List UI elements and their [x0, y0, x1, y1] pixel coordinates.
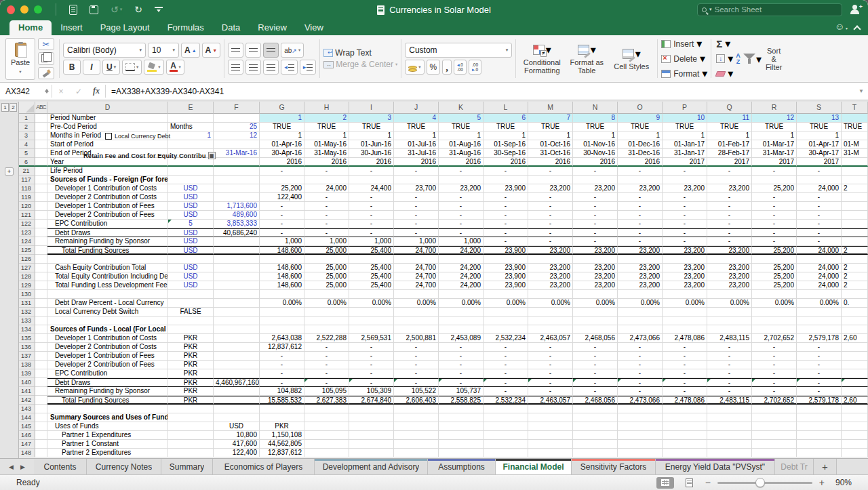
col-header-E[interactable]: E — [168, 102, 214, 114]
cell-Q146[interactable] — [707, 431, 752, 440]
cell-Q148[interactable] — [707, 449, 752, 457]
cell-J137[interactable]: - — [394, 352, 439, 361]
cell-T119[interactable] — [842, 193, 868, 202]
cell-G146[interactable]: 1,150,108 — [260, 431, 304, 440]
cell-I125[interactable]: 25,400 — [349, 246, 394, 255]
cell-Q120[interactable]: - — [707, 202, 752, 211]
row-header-145[interactable]: 145 — [19, 422, 35, 431]
cell-F117[interactable] — [214, 176, 260, 184]
cell-L125[interactable]: 23,900 — [484, 246, 528, 255]
cell-I127[interactable]: 25,400 — [349, 264, 394, 272]
cell-ABC-147[interactable] — [35, 440, 47, 449]
cell-O3[interactable]: 1 — [618, 131, 663, 140]
decrease-font-button[interactable]: A▼ — [202, 43, 221, 58]
search-input[interactable] — [715, 5, 823, 14]
col-header-J[interactable]: J — [394, 102, 439, 114]
cell-N2[interactable]: TRUE — [573, 123, 618, 131]
cell-N3[interactable]: 1 — [573, 131, 618, 140]
sheet-tab-financial-model[interactable]: Financial Model — [496, 459, 572, 474]
cell-Q124[interactable]: - — [707, 237, 752, 246]
cell-R127[interactable]: 25,200 — [752, 264, 797, 272]
percent-format-button[interactable]: % — [427, 60, 441, 75]
sheet-tab-debt-tr[interactable]: Debt Tr — [775, 459, 814, 474]
cell-L128[interactable]: 23,900 — [484, 272, 528, 281]
col-header-H[interactable]: H — [304, 102, 349, 114]
cell-R132[interactable] — [752, 308, 797, 317]
cell-L133[interactable] — [484, 317, 528, 325]
increase-font-button[interactable]: A▲ — [181, 43, 200, 58]
retain-fee-control[interactable]: Retain Fee and Cost for Equity Contribu … — [83, 152, 216, 159]
cell-I138[interactable]: - — [349, 361, 394, 369]
collapse-ribbon-icon[interactable] — [853, 25, 861, 33]
cell-M2[interactable]: TRUE — [528, 123, 573, 131]
orientation-button[interactable]: ab▾ — [281, 43, 304, 58]
cell-M136[interactable]: - — [528, 343, 573, 352]
cell-R141[interactable]: - — [752, 387, 797, 396]
cell-ABC-118[interactable] — [35, 184, 47, 193]
cell-K129[interactable]: 24,200 — [439, 281, 484, 290]
cell-M135[interactable]: 2,463,057 — [528, 334, 573, 343]
cell-H143[interactable] — [304, 405, 349, 413]
cell-H117[interactable] — [304, 176, 349, 184]
col-header-O[interactable]: O — [618, 102, 663, 114]
cell-T127[interactable]: 2 — [842, 264, 868, 272]
row-header-137[interactable]: 137 — [19, 352, 35, 361]
cell-K21[interactable]: - — [439, 167, 484, 176]
cell-J3[interactable]: 1 — [394, 131, 439, 140]
cell-G127[interactable]: 148,600 — [260, 264, 304, 272]
cell-P142[interactable]: 2,478,086 — [663, 396, 707, 405]
format-cells-button[interactable]: Format▾ — [661, 67, 707, 80]
cell-M117[interactable] — [528, 176, 573, 184]
cell-O129[interactable]: 23,200 — [618, 281, 663, 290]
cell-S128[interactable]: 24,000 — [797, 272, 842, 281]
cell-L129[interactable]: 23,900 — [484, 281, 528, 290]
row-header-140[interactable]: 140 — [19, 378, 35, 387]
cell-M143[interactable] — [528, 405, 573, 413]
cell-K147[interactable] — [439, 440, 484, 449]
cell-L140[interactable]: - — [484, 378, 528, 387]
cell-M146[interactable] — [528, 431, 573, 440]
cell-ABC-129[interactable] — [35, 281, 47, 290]
cell-F120[interactable]: 1,713,600 — [214, 202, 260, 211]
cell-D123[interactable]: Debt Draws — [47, 228, 168, 237]
cell-K120[interactable]: - — [439, 202, 484, 211]
cell-L135[interactable]: 2,532,234 — [484, 334, 528, 343]
cell-E139[interactable]: PKR — [168, 369, 214, 378]
redo-icon[interactable]: ↻ — [134, 0, 142, 19]
cell-Q129[interactable]: 23,200 — [707, 281, 752, 290]
cell-R2[interactable]: TRUE — [752, 123, 797, 131]
cell-J130[interactable] — [394, 290, 439, 299]
cell-T142[interactable]: 2,60 — [842, 396, 868, 405]
cell-Q138[interactable]: - — [707, 361, 752, 369]
cell-R135[interactable]: 2,702,652 — [752, 334, 797, 343]
cell-E146[interactable] — [168, 431, 214, 440]
cell-S4[interactable]: 01-Apr-17 — [797, 140, 842, 149]
expand-group-button[interactable]: + — [5, 167, 14, 176]
cell-T129[interactable]: 2 — [842, 281, 868, 290]
cell-E134[interactable] — [168, 325, 214, 334]
cell-K3[interactable]: 1 — [439, 131, 484, 140]
align-top-button[interactable] — [228, 43, 243, 58]
cell-G121[interactable]: - — [260, 211, 304, 220]
cell-styles-button[interactable]: ▾ Cell Styles — [610, 38, 652, 80]
cell-T147[interactable] — [842, 440, 868, 449]
cell-O146[interactable] — [618, 431, 663, 440]
cell-S127[interactable]: 24,000 — [797, 264, 842, 272]
col-header-F[interactable]: F — [214, 102, 260, 114]
cell-ABC-125[interactable] — [35, 246, 47, 255]
cell-K132[interactable] — [439, 308, 484, 317]
cell-E118[interactable]: USD — [168, 184, 214, 193]
cell-G120[interactable]: - — [260, 202, 304, 211]
cell-P126[interactable] — [663, 255, 707, 264]
cell-R139[interactable]: - — [752, 369, 797, 378]
zoom-out-button[interactable]: − — [705, 478, 711, 487]
zoom-window-button[interactable] — [34, 5, 42, 14]
cell-T21[interactable] — [842, 167, 868, 176]
cell-R123[interactable]: - — [752, 228, 797, 237]
cell-D128[interactable]: Total Equity Contribution Including Deve… — [47, 272, 168, 281]
row-header-126[interactable]: 126 — [19, 255, 35, 264]
cell-J1[interactable]: 4 — [394, 114, 439, 123]
cell-T126[interactable] — [842, 255, 868, 264]
cell-G142[interactable]: 15,585,532 — [260, 396, 304, 405]
align-left-button[interactable] — [228, 60, 243, 75]
